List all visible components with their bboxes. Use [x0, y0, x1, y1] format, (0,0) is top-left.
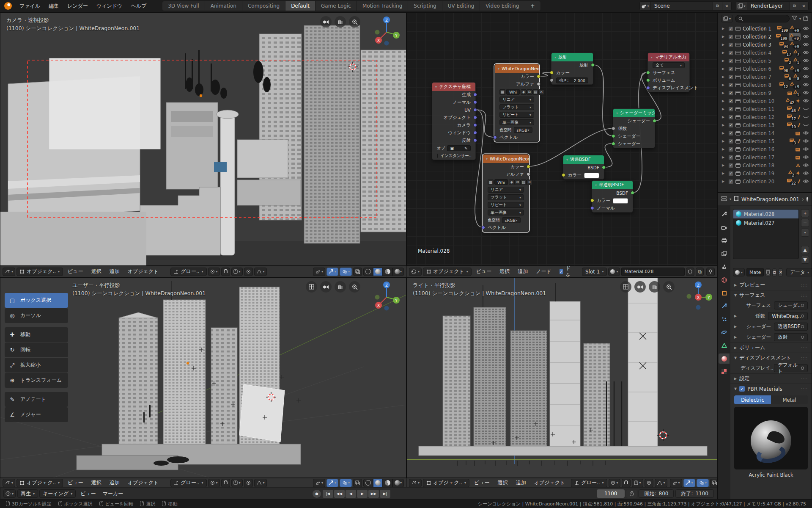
shader-node[interactable]: ▾WhiteDragonNeon...カラーアルファ▦Whi◈⧉▤✕リニア▾フラ… [483, 154, 529, 232]
navigation-gizmo[interactable]: Z X Y [373, 280, 400, 311]
workspace-tab[interactable]: Game Logic [315, 1, 357, 11]
pan-view-button[interactable] [335, 281, 346, 293]
eye-open-icon[interactable] [803, 58, 809, 64]
properties-tab-particles[interactable] [719, 314, 730, 324]
properties-tab-texture[interactable] [719, 367, 730, 377]
collection-row[interactable]: ▶ ✓ Collection 3 94+9 [718, 41, 812, 49]
node-input-socket[interactable]: ベクトル [483, 224, 529, 232]
node-dropdown[interactable]: リピート▾ [483, 201, 529, 209]
node-input-socket[interactable]: ディスプレイスメント [648, 84, 689, 92]
node-editor-menu[interactable]: ノード [532, 268, 555, 275]
orientation-dropdown[interactable]: グロー..▾ [571, 479, 607, 487]
gizmo-toggle[interactable]: ▾ [683, 479, 695, 487]
user-viewport[interactable]: ユーザー・平行投影 (1100) シーンコレクション | WhiteDragon… [0, 277, 406, 478]
collection-content-icon[interactable]: 98 [779, 65, 790, 73]
snap-toggle[interactable] [221, 479, 230, 487]
node-dropdown[interactable]: リピート▾ [495, 111, 539, 119]
collection-checkbox[interactable]: ✓ [728, 58, 733, 64]
pbr-checkbox[interactable]: ✓ [739, 386, 745, 392]
snap-target-dropdown[interactable]: ▾ [632, 479, 643, 487]
workspace-tab[interactable]: Motion Tracking [357, 1, 408, 11]
workspace-tab[interactable]: 3D View Full [162, 1, 205, 11]
timeline-dropdown[interactable]: キーイング▾ [39, 489, 76, 498]
collection-checkbox[interactable]: ✓ [728, 66, 733, 72]
frame-start-field[interactable]: 開始:800 [639, 489, 674, 498]
property-value[interactable]: 放射 [774, 333, 808, 341]
proportional-falloff-dropdown[interactable]: ▾ [254, 479, 267, 487]
eye-open-icon[interactable] [803, 146, 809, 152]
viewport-menu[interactable]: ビュー [64, 268, 87, 275]
playback-button[interactable]: ▶ [357, 490, 368, 498]
panel-surface[interactable]: ▼ サーフェス:::: [730, 290, 812, 300]
node-dropdown[interactable]: 全て▾ [648, 61, 689, 69]
menubar-item[interactable]: 編集 [44, 2, 63, 11]
collection-content-icon[interactable]: 199 [776, 33, 788, 41]
node-output-socket[interactable]: アルファ [495, 80, 539, 88]
eye-open-icon[interactable] [803, 163, 809, 168]
tool-拡大縮小[interactable]: ⤢拡大縮小 [5, 358, 68, 373]
collection-name[interactable]: Collection 17 [743, 155, 774, 160]
node-input-socket[interactable]: ノーマル [592, 204, 633, 212]
proportional-editing-toggle[interactable] [244, 268, 253, 276]
node-output-socket[interactable]: アルファ [483, 171, 529, 178]
workspace-tab[interactable]: Default [285, 1, 315, 11]
remove-slot-button[interactable]: − [801, 219, 809, 227]
snap-target-dropdown[interactable]: ▾ [231, 479, 243, 487]
mode-dropdown[interactable]: オブジェク..▾ [16, 268, 63, 276]
navigation-gizmo[interactable]: Z X Y [373, 15, 400, 46]
collection-name[interactable]: Collection 13 [743, 122, 774, 128]
gizmo-toggle[interactable]: ▾ [326, 268, 338, 276]
image-datablock-row[interactable]: ▦Whi◈⧉▤✕ [483, 178, 529, 186]
collection-checkbox[interactable]: ✓ [728, 147, 733, 152]
playback-button[interactable]: ◀◀ [334, 490, 345, 498]
render-layer-selector[interactable]: ▾ RenderLayer ⧉ ✕ [736, 1, 809, 11]
node-output-socket[interactable]: ウィンドウ [432, 129, 475, 137]
color-swatch[interactable] [613, 198, 628, 204]
breadcrumb-object-name[interactable]: WhiteDragonNeon.001 [741, 196, 799, 202]
mode-dropdown[interactable]: オブジェク..▾ [16, 479, 63, 487]
expand-arrow-icon[interactable]: ▶ [722, 107, 726, 111]
slot-move-up-button[interactable]: ▲ [801, 246, 809, 254]
collection-name[interactable]: Collection 11 [743, 106, 774, 112]
property-value[interactable]: デフォルト [774, 364, 808, 372]
snap-toggle[interactable] [622, 479, 631, 487]
pbr-tab-dielectric[interactable]: Dielectric [734, 395, 771, 404]
viewport-menu[interactable]: 追加 [106, 268, 123, 275]
tool-回転[interactable]: ↻回転 [5, 342, 68, 357]
shading-material-button[interactable] [383, 268, 392, 276]
eye-open-icon[interactable] [803, 50, 809, 56]
viewport-menu[interactable]: 選択 [88, 268, 105, 275]
playback-button[interactable]: ◀ [346, 490, 356, 498]
collection-checkbox[interactable]: ✓ [728, 123, 733, 128]
panel-displacement[interactable]: ▼ ディスプレイスメント:::: [730, 353, 812, 363]
pin-toggle[interactable] [706, 268, 715, 276]
camera-view-button[interactable] [320, 16, 332, 28]
collection-name[interactable]: Collection 18 [743, 163, 774, 168]
viewport-menu[interactable]: 選択 [494, 479, 511, 486]
node-header[interactable]: ▾透過BSDF [563, 155, 604, 164]
scene-copy-button[interactable]: ⧉ [713, 2, 722, 10]
collection-row[interactable]: ▶ ✓ Collection 10 42 [718, 97, 812, 105]
collection-content-icon[interactable]: 2 [788, 170, 796, 177]
material-name-field[interactable]: Mate [746, 268, 764, 276]
collection-checkbox[interactable]: ✓ [728, 50, 733, 55]
eye-open-icon[interactable] [803, 130, 809, 136]
viewport-menu[interactable]: 追加 [106, 479, 123, 486]
shading-solid-button[interactable] [373, 479, 383, 487]
collection-row[interactable]: ▶ ✓ Collection 5 21 [718, 57, 812, 65]
collection-name[interactable]: Collection 3 [743, 42, 771, 48]
expand-arrow-icon[interactable]: ▶ [722, 179, 726, 183]
properties-tab-output[interactable] [719, 235, 730, 246]
tool-box-select[interactable]: ▢ボックス選択 [5, 293, 68, 308]
expand-arrow-icon[interactable]: ▶ [722, 35, 726, 39]
frame-end-field[interactable]: 終了:1100 [675, 489, 714, 498]
node-output-socket[interactable]: 生成 [432, 91, 475, 99]
xray-toggle[interactable] [353, 479, 362, 487]
expand-arrow-icon[interactable]: ▶ [722, 131, 726, 135]
collection-content-icon[interactable]: 2 [784, 57, 792, 65]
material-slot[interactable]: Material.028 [733, 210, 798, 218]
pivot-dropdown[interactable]: ▾ [208, 479, 220, 487]
use-nodes-checkbox[interactable]: ✓ノードを使用 [560, 266, 575, 277]
collection-content-icon[interactable] [796, 171, 801, 176]
fake-user-shield-icon[interactable] [765, 268, 771, 276]
